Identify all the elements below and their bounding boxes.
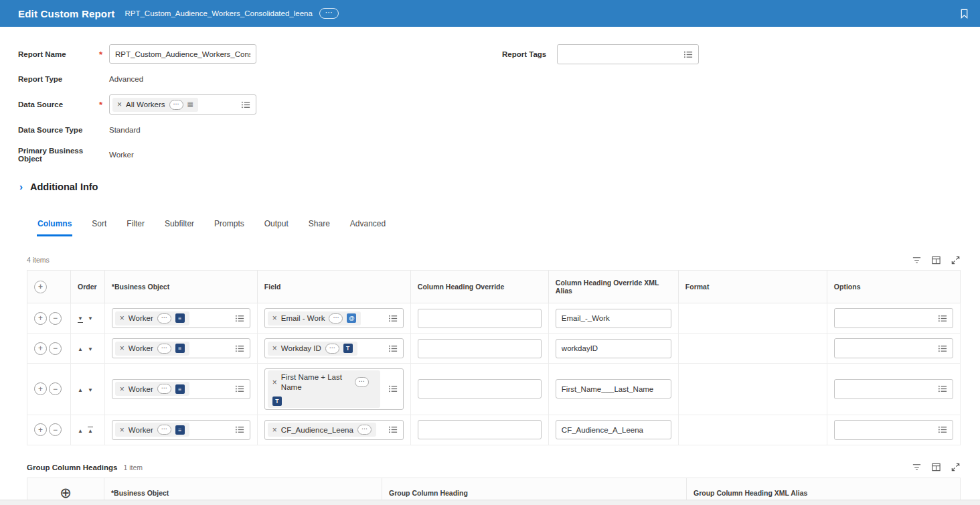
prompt-list-icon[interactable] (235, 425, 245, 435)
options-multiselect[interactable] (834, 338, 953, 358)
move-down-icon[interactable]: ▼ (88, 346, 93, 352)
prompt-list-icon[interactable] (388, 313, 398, 323)
prompt-list-icon[interactable] (235, 344, 245, 354)
tab-subfilter[interactable]: Subfilter (164, 219, 195, 236)
pill-menu-ellipsis-icon[interactable]: ⋯ (329, 313, 343, 323)
remove-selection-icon[interactable]: × (120, 427, 125, 433)
column-heading-override-input[interactable] (418, 379, 542, 399)
business-object-multiselect[interactable]: × Worker ⋯ ≡ (112, 420, 250, 440)
xml-alias-input[interactable] (556, 339, 671, 358)
remove-selection-icon[interactable]: × (272, 345, 277, 352)
pill-menu-ellipsis-icon[interactable]: ⋯ (357, 425, 372, 435)
pill-menu-ellipsis-icon[interactable]: ⋯ (157, 313, 171, 323)
prompt-list-icon[interactable] (938, 344, 948, 354)
prompt-list-icon[interactable] (938, 313, 948, 323)
related-actions-icon[interactable]: ≡ (175, 384, 185, 394)
expand-icon[interactable] (951, 462, 961, 472)
tab-advanced[interactable]: Advanced (349, 219, 386, 236)
remove-row-button[interactable]: − (49, 342, 62, 355)
xml-alias-input[interactable] (556, 309, 671, 328)
prompt-list-icon[interactable] (241, 100, 251, 110)
related-actions-icon[interactable]: ≡ (175, 313, 185, 323)
remove-selection-icon[interactable]: × (120, 315, 125, 321)
pill-menu-ellipsis-icon[interactable]: ⋯ (169, 100, 183, 110)
pill-menu-ellipsis-icon[interactable]: ⋯ (325, 344, 339, 354)
format-cell (678, 364, 827, 415)
remove-selection-icon[interactable]: × (117, 101, 122, 108)
options-multiselect[interactable] (834, 420, 953, 440)
prompt-list-icon[interactable] (235, 313, 245, 323)
text-field-type-icon[interactable]: T (343, 344, 353, 353)
options-multiselect[interactable] (834, 379, 953, 399)
insert-row-button[interactable]: + (34, 312, 47, 325)
column-heading-override-input[interactable] (418, 339, 542, 358)
business-object-multiselect[interactable]: × Worker ⋯ ≡ (112, 338, 250, 358)
remove-row-button[interactable]: − (49, 312, 62, 325)
tab-columns[interactable]: Columns (37, 219, 72, 236)
prompt-list-icon[interactable] (388, 344, 398, 354)
expand-icon[interactable] (951, 255, 961, 265)
filter-icon[interactable] (912, 462, 922, 472)
pill-menu-ellipsis-icon[interactable]: ⋯ (157, 384, 171, 394)
field-multiselect[interactable]: × Email - Work ⋯ @ (264, 308, 404, 328)
xml-alias-input[interactable] (556, 420, 671, 439)
move-down-icon[interactable]: ▼ (88, 387, 93, 393)
tab-prompts[interactable]: Prompts (214, 219, 245, 236)
data-source-type-value: Standard (109, 126, 141, 134)
prompt-list-icon[interactable] (938, 425, 948, 435)
text-field-type-icon[interactable]: T (272, 396, 282, 406)
business-object-multiselect[interactable]: × Worker ⋯ ≡ (112, 379, 250, 399)
remove-selection-icon[interactable]: × (272, 315, 277, 321)
pill-menu-ellipsis-icon[interactable]: ⋯ (157, 344, 171, 354)
prompt-list-icon[interactable] (683, 50, 693, 60)
table-settings-icon[interactable] (931, 462, 941, 472)
options-multiselect[interactable] (834, 308, 953, 328)
move-to-bottom-icon[interactable]: ▼ (78, 315, 83, 323)
move-down-icon[interactable]: ▼ (88, 315, 93, 321)
tab-filter[interactable]: Filter (126, 219, 145, 236)
move-up-icon[interactable]: ▲ (78, 428, 83, 434)
table-settings-icon[interactable] (931, 255, 941, 265)
pill-menu-ellipsis-icon[interactable]: ⋯ (157, 425, 171, 435)
remove-selection-icon[interactable]: × (272, 379, 277, 386)
move-to-top-icon[interactable]: ▲ (88, 427, 93, 434)
add-row-header-icon[interactable]: + (34, 281, 47, 293)
remove-selection-icon[interactable]: × (120, 386, 125, 392)
view-definition-grid-icon[interactable]: ▦ (187, 101, 193, 108)
prompt-list-icon[interactable] (938, 384, 948, 394)
additional-info-toggle[interactable]: › Additional Info (0, 182, 980, 192)
report-name-input[interactable] (109, 44, 256, 64)
remove-selection-icon[interactable]: × (120, 345, 125, 352)
tab-sort[interactable]: Sort (91, 219, 107, 236)
data-source-multiselect[interactable]: × All Workers ⋯ ▦ (109, 94, 256, 115)
business-object-multiselect[interactable]: × Worker ⋯ ≡ (112, 308, 250, 328)
remove-row-button[interactable]: − (49, 423, 62, 436)
filter-icon[interactable] (912, 255, 922, 265)
remove-row-button[interactable]: − (49, 382, 62, 395)
related-actions-icon[interactable]: ≡ (175, 344, 185, 353)
field-multiselect[interactable]: × Workday ID ⋯ T (264, 338, 404, 358)
tab-output[interactable]: Output (264, 219, 289, 236)
column-heading-override-input[interactable] (418, 420, 542, 439)
xml-alias-input[interactable] (556, 379, 671, 399)
tab-share[interactable]: Share (308, 219, 331, 236)
report-actions-ellipsis-icon[interactable]: ⋯ (319, 8, 339, 19)
remove-selection-icon[interactable]: × (272, 427, 277, 433)
add-row-button[interactable]: ⊕ (60, 485, 72, 500)
pill-menu-ellipsis-icon[interactable]: ⋯ (355, 377, 369, 387)
bookmark-icon[interactable] (959, 9, 969, 19)
related-actions-icon[interactable]: ≡ (175, 425, 185, 435)
field-multiselect[interactable]: × CF_Audience_Leena ⋯ (264, 420, 404, 440)
report-tags-multiselect[interactable] (557, 44, 699, 64)
field-type-icon[interactable]: @ (347, 313, 356, 323)
prompt-list-icon[interactable] (235, 384, 245, 394)
field-multiselect[interactable]: × First Name + Last Name ⋯ T (264, 368, 404, 410)
insert-row-button[interactable]: + (34, 342, 47, 355)
prompt-list-icon[interactable] (388, 425, 398, 435)
prompt-list-icon[interactable] (388, 384, 398, 394)
column-heading-override-input[interactable] (418, 309, 542, 328)
insert-row-button[interactable]: + (34, 423, 47, 436)
move-up-icon[interactable]: ▲ (78, 346, 83, 352)
insert-row-button[interactable]: + (34, 382, 47, 395)
move-up-icon[interactable]: ▲ (78, 387, 83, 393)
